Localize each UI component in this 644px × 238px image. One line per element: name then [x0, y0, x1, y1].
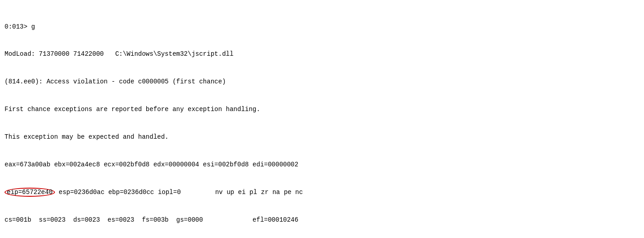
line-8: cs=001b ss=0023 ds=0023 es=0023 fs=003b …	[5, 215, 639, 224]
line-2: ModLoad: 71370000 71422000 C:\Windows\Sy…	[5, 49, 639, 58]
line-4: First chance exceptions are reported bef…	[5, 105, 639, 114]
terminal-output: 0:013> g ModLoad: 71370000 71422000 C:\W…	[5, 4, 639, 238]
eip-highlight: eip=65722e40	[5, 188, 55, 197]
line-7: eip=65722e40 esp=0236d0ac ebp=0236d0cc i…	[5, 188, 639, 197]
line-1: 0:013> g	[5, 22, 639, 31]
line-3: (814.ee0): Access violation - code c0000…	[5, 77, 639, 86]
line-5: This exception may be expected and handl…	[5, 132, 639, 141]
line-6: eax=673a00ab ebx=002a4ec8 ecx=002bf0d8 e…	[5, 160, 639, 169]
